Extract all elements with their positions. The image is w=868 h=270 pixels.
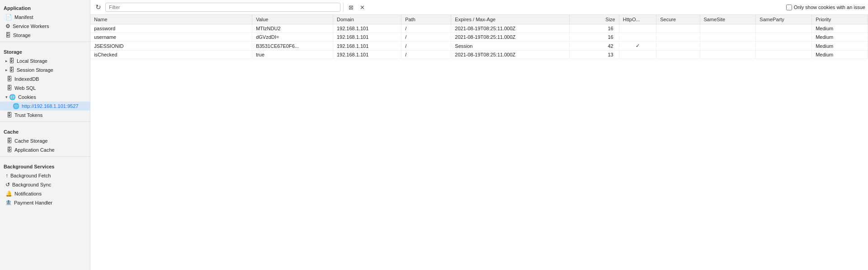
sidebar-item-background-sync[interactable]: ↺ Background Sync: [0, 180, 90, 189]
storage-section-header: Storage: [0, 46, 90, 56]
col-header-sameparty[interactable]: SameParty: [756, 15, 812, 24]
cell-samesite: [700, 33, 756, 42]
col-header-http[interactable]: HttpO...: [619, 15, 656, 24]
cookies-url-icon: 🌐: [13, 103, 19, 109]
col-header-name[interactable]: Name: [90, 15, 252, 24]
cell-samesite: [700, 42, 756, 51]
cell-priority: Medium: [812, 24, 868, 33]
table-body: password MTIzNDU2 192.168.1.101 / 2021-0…: [90, 24, 868, 59]
table-header: Name Value Domain Path Expires / Max-Age…: [90, 15, 868, 24]
toolbar-separator-1: [343, 3, 344, 12]
table-row[interactable]: JSESSIONID B3531CE67E0F6... 192.168.1.10…: [90, 42, 868, 51]
cookies-table-container: Name Value Domain Path Expires / Max-Age…: [90, 15, 868, 270]
storage-main-icon: 🗄: [5, 32, 11, 38]
sidebar-item-notifications[interactable]: 🔔 Notifications: [0, 189, 90, 198]
delete-button[interactable]: ✕: [358, 3, 367, 12]
cell-path: /: [401, 51, 451, 59]
filter-input[interactable]: [105, 3, 340, 12]
application-section-header: Application: [0, 2, 90, 13]
bg-services-section-header: Background Services: [0, 160, 90, 171]
payment-handler-icon: 🏦: [5, 200, 12, 205]
service-workers-label: Service Workers: [13, 23, 49, 29]
cache-section-header: Cache: [0, 126, 90, 136]
cell-name: password: [90, 24, 252, 33]
col-header-value[interactable]: Value: [252, 15, 333, 24]
cell-domain: 192.168.1.101: [333, 42, 401, 51]
cell-priority: Medium: [812, 33, 868, 42]
cache-storage-label: Cache Storage: [14, 138, 47, 144]
cell-size: 13: [569, 51, 619, 59]
sidebar-item-manifest[interactable]: 📄 Manifest: [0, 13, 90, 22]
col-header-samesite[interactable]: SameSite: [700, 15, 756, 24]
trust-tokens-icon: 🗄: [7, 112, 12, 118]
cookies-icon: 🌐: [9, 94, 16, 100]
divider-3: [0, 156, 90, 157]
sidebar-item-payment-handler[interactable]: 🏦 Payment Handler: [0, 198, 90, 207]
cell-sameparty: [756, 33, 812, 42]
cell-samesite: [700, 51, 756, 59]
sidebar-item-cache-storage[interactable]: 🗄 Cache Storage: [0, 136, 90, 145]
background-sync-label: Background Sync: [12, 182, 51, 187]
sidebar-item-session-storage[interactable]: 🗄 Session Storage: [0, 65, 90, 74]
cache-storage-icon: 🗄: [7, 138, 12, 144]
sidebar-item-indexeddb[interactable]: 🗄 IndexedDB: [0, 74, 90, 84]
application-cache-icon: 🗄: [7, 147, 12, 153]
cell-secure: [656, 33, 700, 42]
divider-1: [0, 42, 90, 42]
cell-sameparty: [756, 42, 812, 51]
table-row[interactable]: username dGVzdDI= 192.168.1.101 / 2021-0…: [90, 33, 868, 42]
indexeddb-icon: 🗄: [7, 76, 12, 82]
col-header-secure[interactable]: Secure: [656, 15, 700, 24]
cell-value: dGVzdDI=: [252, 33, 333, 42]
manifest-label: Manifest: [14, 14, 33, 20]
notifications-icon: 🔔: [5, 191, 12, 197]
header-row: Name Value Domain Path Expires / Max-Age…: [90, 15, 868, 24]
table-row[interactable]: password MTIzNDU2 192.168.1.101 / 2021-0…: [90, 24, 868, 33]
cell-name: isChecked: [90, 51, 252, 59]
cookies-table: Name Value Domain Path Expires / Max-Age…: [90, 15, 868, 59]
session-storage-arrow: [5, 68, 8, 72]
cell-expires: 2021-08-19T08:25:11.000Z: [451, 24, 569, 33]
session-storage-icon: 🗄: [9, 67, 14, 73]
sidebar-item-cookies[interactable]: 🌐 Cookies: [0, 93, 90, 102]
sidebar-item-storage-main[interactable]: 🗄 Storage: [0, 31, 90, 40]
cell-expires: 2021-08-19T08:25:11.000Z: [451, 33, 569, 42]
refresh-button[interactable]: ↻: [93, 2, 104, 13]
issue-filter-text: Only show cookies with an issue: [794, 5, 865, 10]
cell-secure: [656, 24, 700, 33]
issue-filter-checkbox[interactable]: [786, 5, 792, 10]
col-header-path[interactable]: Path: [401, 15, 451, 24]
sidebar-item-service-workers[interactable]: ⚙ Service Workers: [0, 22, 90, 31]
sidebar-item-application-cache[interactable]: 🗄 Application Cache: [0, 145, 90, 154]
cell-http: ✓: [619, 42, 656, 51]
col-header-priority[interactable]: Priority: [812, 15, 868, 24]
sidebar-item-cookies-url[interactable]: 🌐 http://192.168.1.101:9527: [0, 102, 90, 111]
session-storage-label: Session Storage: [17, 67, 53, 73]
cell-secure: [656, 42, 700, 51]
main-content: ↻ ⊠ ✕ Only show cookies with an issue Na…: [90, 0, 868, 270]
cell-size: 16: [569, 24, 619, 33]
cell-size: 42: [569, 42, 619, 51]
table-row[interactable]: isChecked true 192.168.1.101 / 2021-08-1…: [90, 51, 868, 59]
sidebar-item-trust-tokens[interactable]: 🗄 Trust Tokens: [0, 111, 90, 120]
col-header-size[interactable]: Size: [569, 15, 619, 24]
col-header-expires[interactable]: Expires / Max-Age: [451, 15, 569, 24]
sidebar-item-background-fetch[interactable]: ↑ Background Fetch: [0, 171, 90, 180]
cell-http: [619, 33, 656, 42]
sidebar-item-local-storage[interactable]: 🗄 Local Storage: [0, 56, 90, 65]
web-sql-label: Web SQL: [14, 85, 36, 91]
cell-samesite: [700, 24, 756, 33]
cookies-label: Cookies: [18, 94, 36, 100]
notifications-label: Notifications: [14, 191, 42, 196]
issue-filter-label[interactable]: Only show cookies with an issue: [786, 5, 865, 10]
col-header-domain[interactable]: Domain: [333, 15, 401, 24]
cell-value: B3531CE67E0F6...: [252, 42, 333, 51]
cell-expires: 2021-08-19T08:25:11.000Z: [451, 51, 569, 59]
cell-priority: Medium: [812, 51, 868, 59]
storage-main-label: Storage: [13, 33, 31, 38]
payment-handler-label: Payment Handler: [14, 200, 52, 205]
cell-value: true: [252, 51, 333, 59]
clear-button[interactable]: ⊠: [346, 3, 356, 12]
sidebar-item-web-sql[interactable]: 🗄 Web SQL: [0, 84, 90, 93]
cell-priority: Medium: [812, 42, 868, 51]
